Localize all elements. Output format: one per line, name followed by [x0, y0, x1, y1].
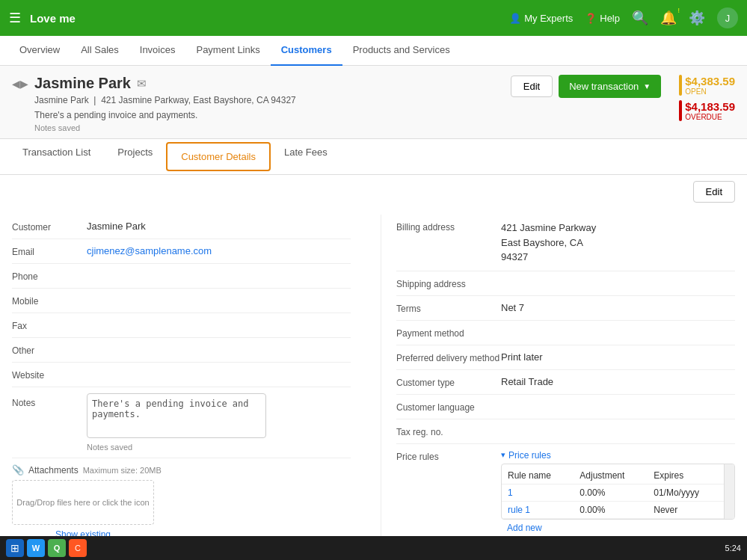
tab-invoices[interactable]: Invoices	[129, 36, 186, 66]
main-content: Customer Jasmine Park Email cjimenez@sam…	[0, 203, 747, 560]
top-bar-right: 👤 My Experts ❓ Help 🔍 🔔! ⚙️ J	[509, 7, 738, 28]
price-rule-row-2: rule 1 0.00% Never	[502, 501, 734, 518]
new-transaction-button[interactable]: New transaction ▼	[559, 75, 661, 98]
tab-customers[interactable]: Customers	[271, 36, 342, 66]
notes-field-row: Notes There's a pending invoice and paym…	[12, 387, 351, 458]
app-title: Love me	[30, 12, 76, 25]
customer-value: Jasmine Park	[87, 221, 351, 232]
rule-1-adjustment: 0.00%	[574, 484, 648, 501]
header-actions: Edit New transaction ▼	[511, 75, 662, 98]
customer-name: Jasmine Park	[34, 75, 131, 92]
gear-icon[interactable]: ⚙️	[689, 10, 705, 26]
preferred-delivery-label: Preferred delivery method	[396, 351, 501, 363]
add-new-link[interactable]: Add new	[501, 520, 735, 536]
form-left: Customer Jasmine Park Email cjimenez@sam…	[12, 215, 381, 560]
secondary-nav: Overview All Sales Invoices Payment Link…	[0, 36, 747, 66]
notes-input[interactable]: There's a pending invoice and payments.	[87, 393, 266, 438]
phone-field-row: Phone	[12, 264, 351, 289]
customer-label: Customer	[12, 221, 87, 233]
attachments-max: Maximum size: 20MB	[83, 466, 162, 475]
notes-saved-header: Notes saved	[34, 123, 296, 132]
taskbar: ⊞ W Q C 5:24	[0, 536, 747, 560]
customer-header-right: Edit New transaction ▼ $4,383.59 OPEN $4…	[511, 75, 735, 126]
taskbar-app3-icon[interactable]: C	[69, 539, 87, 557]
overdue-amount-row: $4,183.59 OVERDUE	[679, 100, 735, 121]
customer-language-row: Customer language	[396, 395, 735, 419]
rule-2-expires: Never	[648, 501, 722, 518]
mobile-field-row: Mobile	[12, 289, 351, 313]
website-field-row: Website	[12, 363, 351, 387]
tab-projects[interactable]: Projects	[104, 139, 166, 174]
dropzone-text: Drag/Drop files here or click the icon	[16, 498, 149, 507]
other-label: Other	[12, 344, 87, 356]
edit-button-content[interactable]: Edit	[693, 181, 735, 203]
search-icon[interactable]: 🔍	[632, 10, 648, 26]
attachments-dropzone[interactable]: Drag/Drop files here or click the icon	[12, 480, 154, 525]
shipping-address-row: Shipping address	[396, 271, 735, 296]
col-rule-name: Rule name	[502, 467, 574, 484]
toggle-sidebar-icon[interactable]: ◀▶	[12, 78, 28, 90]
tax-reg-row: Tax reg. no.	[396, 419, 735, 444]
customer-type-label: Customer type	[396, 376, 501, 388]
rule-2-name[interactable]: rule 1	[502, 501, 574, 518]
avatar[interactable]: J	[717, 7, 738, 28]
tab-payment-links[interactable]: Payment Links	[185, 36, 270, 66]
customer-language-label: Customer language	[396, 401, 501, 413]
help-nav[interactable]: ❓ Help	[585, 13, 620, 24]
rule-1-name[interactable]: 1	[502, 484, 574, 501]
tab-transaction-list[interactable]: Transaction List	[9, 139, 104, 174]
mobile-label: Mobile	[12, 295, 87, 307]
price-rules-label: Price rules	[396, 450, 501, 462]
rule-1-expires: 01/Mo/yyyy	[648, 484, 722, 501]
attachments-label: Attachments	[28, 465, 79, 476]
tab-overview[interactable]: Overview	[9, 36, 70, 66]
amounts-block: $4,383.59 OPEN $4,183.59 OVERDUE	[679, 75, 735, 126]
edit-button-header[interactable]: Edit	[511, 76, 553, 97]
price-rules-scrollbar[interactable]	[724, 464, 734, 519]
customer-name-row: Jasmine Park ✉	[34, 75, 296, 92]
open-amount-row: $4,383.59 OPEN	[679, 75, 735, 96]
overdue-amount: $4,183.59	[685, 100, 735, 113]
email-label: Email	[12, 245, 87, 257]
notes-saved-indicator: Notes saved	[87, 443, 266, 452]
hamburger-icon[interactable]: ☰	[9, 10, 21, 26]
taskbar-start-icon[interactable]: ⊞	[6, 539, 24, 557]
price-rules-table: Rule name Adjustment Expires 1 0.00% 01/…	[502, 467, 734, 519]
mail-icon[interactable]: ✉	[137, 77, 147, 90]
payment-method-label: Payment method	[396, 327, 501, 339]
billing-address-label: Billing address	[396, 221, 501, 233]
preferred-delivery-value: Print later	[501, 351, 735, 363]
other-field-row: Other	[12, 338, 351, 363]
phone-label: Phone	[12, 270, 87, 282]
tab-customer-details[interactable]: Customer Details	[166, 142, 271, 171]
tab-late-fees[interactable]: Late Fees	[271, 139, 341, 174]
open-amount: $4,383.59	[685, 75, 735, 87]
shipping-address-label: Shipping address	[396, 277, 501, 289]
taskbar-app2-icon[interactable]: Q	[48, 539, 66, 557]
overdue-label: OVERDUE	[685, 113, 735, 121]
price-rules-link[interactable]: Price rules	[508, 450, 551, 461]
terms-label: Terms	[396, 302, 501, 314]
col-adjustment: Adjustment	[574, 467, 648, 484]
terms-row: Terms Net 7	[396, 296, 735, 321]
bell-icon[interactable]: 🔔!	[660, 10, 677, 26]
billing-address-row: Billing address 421 Jasmine ParkwayEast …	[396, 215, 735, 271]
price-rule-row-1: 1 0.00% 01/Mo/yyyy	[502, 484, 734, 501]
tab-all-sales[interactable]: All Sales	[70, 36, 129, 66]
help-icon: ❓	[585, 13, 597, 24]
content-edit-area: Edit	[0, 175, 747, 203]
my-experts-nav[interactable]: 👤 My Experts	[509, 13, 573, 24]
person-icon: 👤	[509, 13, 521, 24]
customer-info: Jasmine Park ✉ Jasmine Park | 421 Jasmin…	[34, 75, 296, 132]
attachments-section: 📎 Attachments Maximum size: 20MB Drag/Dr…	[12, 458, 351, 546]
fax-field-row: Fax	[12, 313, 351, 338]
customer-header: ◀▶ Jasmine Park ✉ Jasmine Park | 421 Jas…	[0, 66, 747, 139]
tab-products-services[interactable]: Products and Services	[342, 36, 461, 66]
email-value[interactable]: cjimenez@samplename.com	[87, 245, 351, 256]
customer-type-value: Retail Trade	[501, 376, 735, 387]
taskbar-app1-icon[interactable]: W	[27, 539, 45, 557]
taskbar-left: ⊞ W Q C	[6, 539, 87, 557]
tax-reg-label: Tax reg. no.	[396, 425, 501, 437]
price-rules-dropdown-icon: ▾	[501, 450, 505, 460]
detail-tabs: Transaction List Projects Customer Detai…	[0, 139, 747, 175]
